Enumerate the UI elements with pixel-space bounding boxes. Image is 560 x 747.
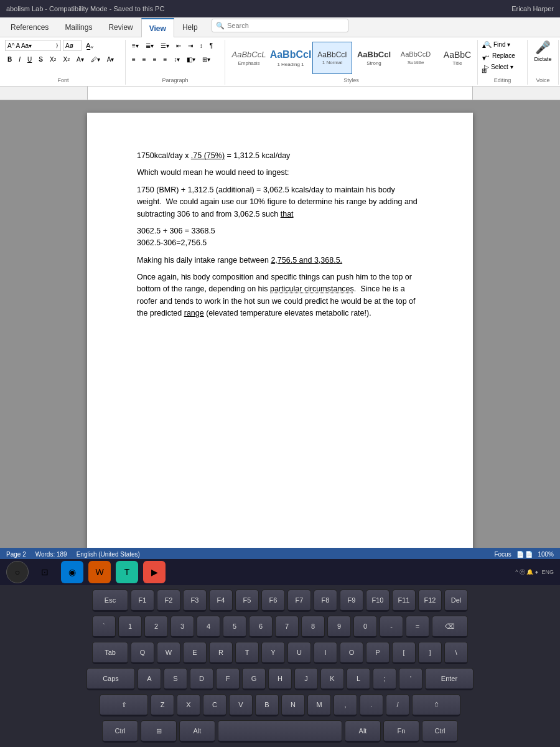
font-size-box[interactable]: Аø [63, 40, 82, 51]
key-f4[interactable]: F4 [209, 590, 233, 612]
highlight-btn[interactable]: 🖊▾ [88, 54, 103, 65]
teams-btn[interactable]: T [116, 561, 138, 583]
line-spacing-btn[interactable]: ↕▾ [171, 54, 182, 65]
key-f1[interactable]: F1 [131, 590, 154, 612]
subscript-btn[interactable]: X2 [47, 54, 59, 65]
key-backtick[interactable]: ` [92, 616, 116, 638]
find-btn[interactable]: 🔍 Find ▾ [482, 40, 513, 49]
search-bar[interactable]: 🔍 [212, 19, 348, 32]
style-title[interactable]: AaBbC Title [437, 42, 477, 74]
key-5[interactable]: 5 [223, 616, 246, 638]
sort-btn[interactable]: ↕ [197, 40, 205, 51]
clear-formatting-btn[interactable]: A̲ᵥ [83, 40, 96, 51]
key-y[interactable]: Y [261, 642, 285, 664]
key-6[interactable]: 6 [249, 616, 273, 638]
key-0[interactable]: 0 [353, 616, 377, 638]
align-right-btn[interactable]: ≡ [151, 54, 159, 65]
key-8[interactable]: 8 [301, 616, 325, 638]
align-center-btn[interactable]: ≡ [140, 54, 149, 65]
key-l[interactable]: L [347, 668, 370, 690]
decrease-indent-btn[interactable]: ⇤ [174, 40, 184, 51]
bold-btn[interactable]: B [5, 54, 14, 65]
key-w[interactable]: W [157, 642, 180, 664]
shading-btn[interactable]: ◧▾ [184, 54, 198, 65]
key-f12[interactable]: F12 [418, 590, 442, 612]
tab-review[interactable]: Review [100, 17, 141, 37]
style-strong[interactable]: AaBbCcl Strong [354, 42, 394, 74]
key-o[interactable]: O [340, 642, 363, 664]
style-subtitle[interactable]: AaBbCcD Subtitle [396, 42, 436, 74]
key-p[interactable]: P [366, 642, 390, 664]
key-x[interactable]: X [177, 694, 200, 716]
italic-btn[interactable]: I [16, 54, 23, 65]
key-semicolon[interactable]: ; [373, 668, 396, 690]
key-tab[interactable]: Tab [92, 642, 128, 664]
media-btn[interactable]: ▶ [143, 561, 166, 583]
key-rbracket[interactable]: ] [418, 642, 442, 664]
key-g[interactable]: G [242, 668, 266, 690]
key-m[interactable]: M [307, 694, 331, 716]
multilevel-btn[interactable]: ☰▾ [158, 40, 172, 51]
key-z[interactable]: Z [151, 694, 174, 716]
key-u[interactable]: U [287, 642, 311, 664]
key-2[interactable]: 2 [144, 616, 168, 638]
key-period[interactable]: . [360, 694, 383, 716]
key-v[interactable]: V [229, 694, 253, 716]
key-f10[interactable]: F10 [366, 590, 390, 612]
key-f5[interactable]: F5 [235, 590, 259, 612]
key-j[interactable]: J [294, 668, 318, 690]
key-f2[interactable]: F2 [157, 590, 180, 612]
key-t[interactable]: T [235, 642, 259, 664]
key-f[interactable]: F [216, 668, 240, 690]
key-equals[interactable]: = [406, 616, 429, 638]
key-del[interactable]: Del [444, 590, 468, 612]
key-f7[interactable]: F7 [287, 590, 311, 612]
key-q[interactable]: Q [131, 642, 154, 664]
replace-btn[interactable]: ↔ Replace [482, 51, 518, 60]
key-caps[interactable]: Caps [86, 668, 135, 690]
key-f11[interactable]: F11 [392, 590, 416, 612]
dictate-label[interactable]: Dictate [534, 56, 551, 62]
key-s[interactable]: S [164, 668, 187, 690]
key-h[interactable]: H [268, 668, 292, 690]
key-esc[interactable]: Esc [92, 590, 128, 612]
key-enter[interactable]: Enter [425, 668, 474, 690]
superscript-btn[interactable]: X2 [61, 54, 73, 65]
key-comma[interactable]: , [334, 694, 357, 716]
style-heading1[interactable]: AaBbCcI 1 Heading 1 [271, 42, 310, 74]
key-rshift[interactable]: ⇧ [412, 694, 460, 716]
tab-view[interactable]: View [141, 18, 174, 37]
key-lctrl[interactable]: Ctrl [102, 720, 138, 743]
style-normal[interactable]: AaBbCcI 1 Normal [312, 42, 352, 74]
key-quote[interactable]: ' [399, 668, 422, 690]
search-input[interactable] [227, 22, 344, 29]
key-lwin[interactable]: ⊞ [141, 720, 177, 743]
select-btn[interactable]: ▷ Select ▾ [482, 62, 516, 72]
key-3[interactable]: 3 [170, 616, 194, 638]
key-slash[interactable]: / [386, 694, 409, 716]
key-b[interactable]: B [255, 694, 279, 716]
key-d[interactable]: D [190, 668, 213, 690]
key-k[interactable]: K [320, 668, 344, 690]
style-emphasis[interactable]: AaBbCcL Emphasis [229, 42, 269, 74]
bullets-btn[interactable]: ≡▾ [129, 40, 141, 51]
tab-mailings[interactable]: Mailings [57, 17, 100, 37]
key-space[interactable] [218, 720, 342, 743]
key-4[interactable]: 4 [197, 616, 220, 638]
tab-references[interactable]: References [2, 17, 57, 37]
key-9[interactable]: 9 [327, 616, 351, 638]
text-effects-btn[interactable]: A▾ [74, 54, 86, 65]
key-minus[interactable]: - [380, 616, 403, 638]
key-i[interactable]: I [314, 642, 337, 664]
key-fn[interactable]: Fn [383, 720, 419, 743]
key-ralt[interactable]: Alt [345, 720, 381, 743]
key-n[interactable]: N [281, 694, 305, 716]
key-c[interactable]: C [203, 694, 226, 716]
show-formatting-btn[interactable]: ¶ [207, 40, 215, 51]
key-rctrl[interactable]: Ctrl [422, 720, 458, 743]
word-taskbar-btn[interactable]: W [88, 561, 111, 583]
strikethrough-btn[interactable]: S [36, 54, 45, 65]
key-f8[interactable]: F8 [314, 590, 337, 612]
search-taskbar-btn[interactable]: ⊡ [34, 561, 56, 583]
key-backslash[interactable]: \ [444, 642, 468, 664]
